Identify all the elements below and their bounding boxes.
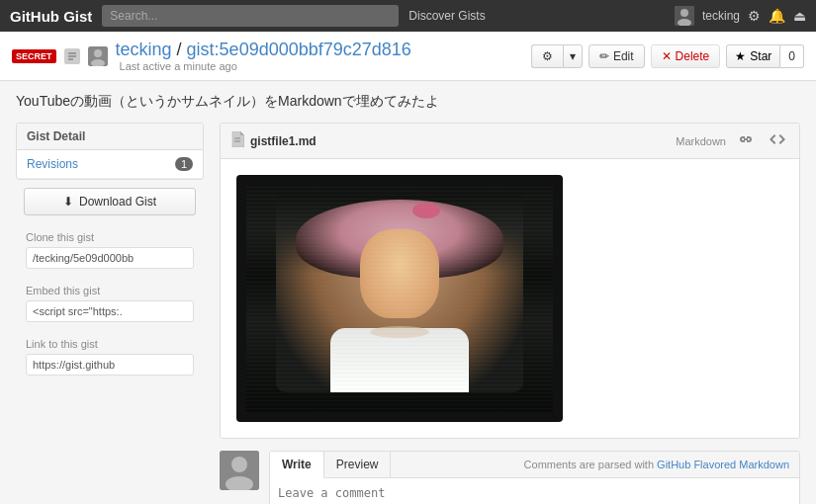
- content-area: gistfile1.md Markdown: [220, 123, 800, 504]
- secret-badge: SECRET: [12, 49, 56, 63]
- download-icon: ⬇: [63, 195, 73, 209]
- github-flavored-markdown-link[interactable]: GitHub Flavored Markdown: [657, 459, 789, 470]
- file-header: gistfile1.md Markdown: [221, 124, 799, 159]
- settings-button-group: ⚙ ▾: [531, 44, 583, 68]
- clone-label: Clone this gist: [26, 231, 194, 243]
- delete-button[interactable]: ✕ Delete: [651, 44, 721, 68]
- clone-section: Clone this gist: [16, 223, 204, 277]
- header: GitHub Gist Discover Gists tecking ⚙ 🔔 ⏏: [0, 0, 816, 32]
- embed-section: Embed this gist: [16, 277, 204, 330]
- file-box: gistfile1.md Markdown: [220, 123, 800, 439]
- code-view-icon[interactable]: [766, 129, 789, 152]
- sub-header: SECRET tecking / gist:5e09d000bbf79c27d8…: [0, 32, 816, 81]
- file-name: gistfile1.md: [250, 134, 317, 148]
- signout-icon[interactable]: ⏏: [793, 8, 806, 24]
- comment-box: Write Preview Comments are parsed with G…: [269, 451, 800, 504]
- settings-icon[interactable]: ⚙: [748, 8, 761, 24]
- comment-section: Write Preview Comments are parsed with G…: [220, 451, 800, 504]
- comment-tabs: Write Preview Comments are parsed with G…: [270, 452, 799, 478]
- revisions-link[interactable]: Revisions 1: [17, 150, 203, 179]
- page-title: YouTubeの動画（というかサムネイル）をMarkdownで埋めてみたよ: [16, 93, 800, 111]
- settings-button[interactable]: ⚙: [531, 44, 563, 68]
- sidebar-box-title: Gist Detail: [17, 124, 203, 150]
- star-button[interactable]: ★ Star: [726, 44, 780, 68]
- svg-point-8: [94, 49, 102, 57]
- download-gist-button[interactable]: ⬇ Download Gist: [24, 188, 196, 215]
- gist-file-icon: [64, 48, 80, 64]
- star-icon: ★: [735, 49, 746, 63]
- owner-avatar: [88, 46, 108, 66]
- last-active-label: Last active a minute ago: [120, 60, 411, 72]
- delete-icon: ✕: [662, 49, 672, 63]
- main-layout: Gist Detail Revisions 1 ⬇ Download Gist …: [0, 123, 816, 504]
- gist-detail-box: Gist Detail Revisions 1: [16, 123, 204, 180]
- link-label: Link to this gist: [26, 338, 194, 350]
- star-count: 0: [780, 44, 804, 68]
- embed-input[interactable]: [26, 300, 194, 322]
- header-right: tecking ⚙ 🔔 ⏏: [675, 6, 806, 26]
- star-button-group: ★ Star 0: [726, 44, 804, 68]
- link-input[interactable]: [26, 354, 194, 376]
- page-title-bar: YouTubeの動画（というかサムネイル）をMarkdownで埋めてみたよ: [0, 81, 816, 123]
- file-content: [221, 159, 799, 438]
- discover-gists-link[interactable]: Discover Gists: [408, 9, 485, 23]
- username-header[interactable]: tecking: [702, 9, 740, 23]
- svg-point-1: [680, 9, 688, 17]
- user-avatar-header: [675, 6, 694, 26]
- sub-header-actions: ⚙ ▾ ✏ Edit ✕ Delete ★ Star 0: [531, 44, 804, 68]
- gist-id-link[interactable]: gist:5e09d000bbf79c27d816: [187, 40, 411, 59]
- video-preview: [221, 159, 799, 438]
- tv-container: [236, 175, 563, 422]
- revisions-badge: 1: [175, 157, 193, 171]
- edit-button[interactable]: ✏ Edit: [589, 44, 645, 68]
- file-doc-icon: [230, 131, 244, 150]
- search-input[interactable]: [102, 5, 399, 27]
- sidebar: Gist Detail Revisions 1 ⬇ Download Gist …: [16, 123, 204, 504]
- svg-point-13: [231, 457, 247, 472]
- comment-hint: Comments are parsed with GitHub Flavored…: [514, 459, 799, 470]
- preview-tab[interactable]: Preview: [324, 452, 392, 477]
- notifications-icon[interactable]: 🔔: [769, 8, 785, 24]
- settings-dropdown-button[interactable]: ▾: [563, 44, 583, 68]
- commenter-avatar: [220, 451, 259, 490]
- file-header-right: Markdown: [676, 129, 789, 152]
- file-type-badge: Markdown: [676, 135, 726, 147]
- gear-icon: ⚙: [542, 49, 553, 63]
- file-header-left: gistfile1.md: [230, 131, 317, 150]
- comment-textarea[interactable]: [270, 478, 799, 504]
- embed-label: Embed this gist: [26, 285, 194, 296]
- gist-owner-link[interactable]: tecking: [116, 40, 172, 59]
- gist-title: tecking / gist:5e09d000bbf79c27d816 Last…: [116, 40, 411, 72]
- link-file-icon[interactable]: [734, 129, 758, 152]
- link-section: Link to this gist: [16, 330, 204, 383]
- github-gist-logo[interactable]: GitHub Gist: [10, 8, 92, 25]
- clone-input[interactable]: [26, 247, 194, 269]
- pencil-icon: ✏: [599, 49, 609, 63]
- write-tab[interactable]: Write: [270, 452, 324, 478]
